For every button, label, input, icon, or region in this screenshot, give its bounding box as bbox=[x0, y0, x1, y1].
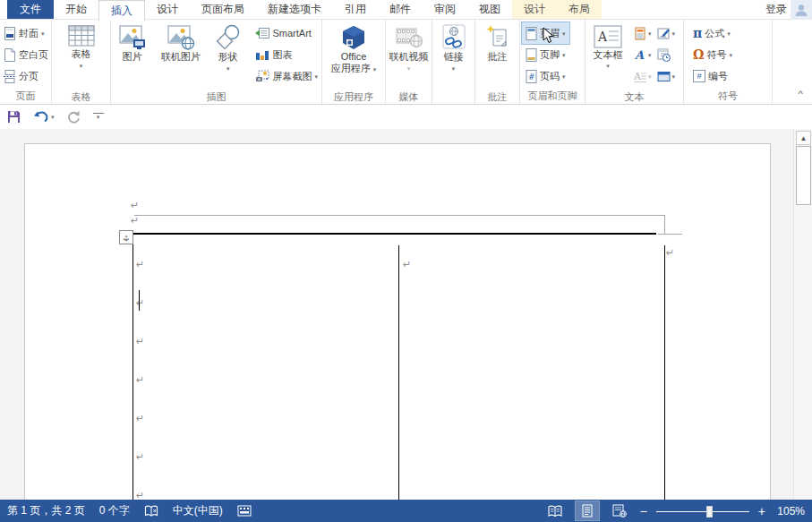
tab-table-layout[interactable]: 布局 bbox=[557, 0, 602, 19]
tab-references[interactable]: 引用 bbox=[333, 0, 378, 19]
group-media: 联机视频 ▾ 媒体 bbox=[386, 20, 432, 104]
chart-button[interactable]: 图表 bbox=[252, 44, 321, 65]
page-break-label: 分页 bbox=[19, 70, 38, 83]
tab-review[interactable]: 审阅 bbox=[423, 0, 467, 19]
tab-design[interactable]: 设计 bbox=[145, 0, 190, 19]
blank-page-button[interactable]: 空白页 bbox=[0, 44, 52, 65]
save-button[interactable] bbox=[7, 110, 21, 124]
save-icon bbox=[7, 110, 21, 124]
table-left-border[interactable] bbox=[132, 243, 133, 500]
word-count[interactable]: 0 个字 bbox=[99, 503, 130, 518]
web-layout-button[interactable] bbox=[608, 501, 631, 520]
customize-qat-button[interactable]: ▾ bbox=[93, 113, 104, 121]
vertical-scrollbar[interactable]: ▲ bbox=[793, 129, 812, 500]
paragraph-mark: ↵ bbox=[403, 260, 411, 270]
signature-line-button[interactable]: ▾ bbox=[657, 27, 676, 40]
zoom-out-button[interactable]: − bbox=[640, 504, 647, 518]
cover-page-button[interactable]: 封面▾ bbox=[0, 22, 52, 44]
quick-access-toolbar: ▾ ▾ bbox=[0, 105, 812, 129]
object-icon bbox=[657, 70, 671, 83]
read-mode-button[interactable] bbox=[543, 501, 567, 520]
print-layout-button[interactable] bbox=[576, 501, 599, 520]
account-avatar[interactable] bbox=[791, 0, 812, 20]
office-apps-button[interactable]: Office 应用程序 ▾ bbox=[331, 22, 377, 90]
header-button[interactable]: 页眉▾ bbox=[522, 22, 569, 44]
scrollbar-thumb[interactable] bbox=[796, 146, 811, 205]
sign-in-button[interactable]: 登录 bbox=[762, 0, 791, 19]
group-symbols: π 公式▾ Ω 符号▾ # 编号 符号 bbox=[684, 20, 773, 104]
zoom-in-button[interactable]: + bbox=[758, 504, 765, 518]
link-label: 链接 bbox=[444, 51, 464, 63]
undo-button[interactable]: ▾ bbox=[33, 110, 55, 124]
tab-mailings[interactable]: 邮件 bbox=[378, 0, 423, 19]
group-header-footer-label: 页眉和页脚 bbox=[520, 90, 585, 104]
online-video-button[interactable]: 联机视频 ▾ bbox=[389, 22, 429, 90]
smartart-button[interactable]: SmartArt bbox=[252, 22, 321, 44]
page-number-button[interactable]: # 页码▾ bbox=[522, 65, 569, 87]
footer-button[interactable]: 页脚▾ bbox=[522, 44, 569, 65]
page-info[interactable]: 第 1 页，共 2 页 bbox=[7, 503, 85, 518]
number-button[interactable]: # 编号 bbox=[689, 65, 736, 87]
table-button[interactable]: 表格 ▾ bbox=[68, 22, 95, 90]
language-status[interactable]: 中文(中国) bbox=[173, 503, 223, 518]
zoom-slider-thumb[interactable] bbox=[706, 506, 713, 518]
online-video-label: 联机视频 bbox=[389, 51, 429, 63]
pictures-button[interactable]: 图片 bbox=[111, 22, 153, 90]
person-icon bbox=[794, 3, 808, 17]
page-break-button[interactable]: 分页 bbox=[0, 65, 52, 87]
shapes-label: 形状 bbox=[218, 51, 238, 63]
web-layout-icon bbox=[612, 504, 627, 518]
cover-page-icon bbox=[4, 27, 16, 40]
tab-file[interactable]: 文件 bbox=[7, 0, 54, 19]
pi-icon: π bbox=[693, 26, 702, 40]
text-box-button[interactable]: A 文本框 ▾ bbox=[585, 22, 630, 90]
document-page[interactable] bbox=[24, 143, 771, 500]
group-symbols-label: 符号 bbox=[684, 90, 772, 104]
equation-button[interactable]: π 公式▾ bbox=[689, 22, 736, 44]
online-pictures-icon bbox=[167, 24, 195, 51]
input-mode-status[interactable] bbox=[237, 505, 252, 517]
zoom-level[interactable]: 105% bbox=[774, 505, 805, 518]
quick-parts-button[interactable]: ▾ bbox=[634, 27, 652, 40]
omega-icon: Ω bbox=[693, 47, 704, 62]
date-time-button[interactable] bbox=[657, 48, 671, 62]
drop-cap-icon: A bbox=[634, 70, 646, 83]
collapse-ribbon-button[interactable]: ^ bbox=[798, 90, 803, 98]
symbol-button[interactable]: Ω 符号▾ bbox=[689, 44, 736, 65]
signature-line-icon bbox=[657, 27, 671, 40]
group-pages: 封面▾ 空白页 分页 页面 bbox=[0, 20, 52, 104]
shapes-button[interactable]: 形状 ▾ bbox=[208, 22, 248, 90]
redo-button[interactable] bbox=[67, 110, 81, 124]
cover-page-label: 封面 bbox=[19, 27, 38, 40]
new-comment-button[interactable]: 批注 bbox=[484, 22, 511, 90]
paragraph-mark: ↵ bbox=[136, 298, 144, 308]
zoom-slider[interactable] bbox=[656, 505, 749, 518]
svg-text:A: A bbox=[634, 48, 645, 62]
wordart-button[interactable]: A ▾ bbox=[634, 48, 652, 62]
drop-cap-button[interactable]: A ▾ bbox=[634, 70, 652, 83]
header-row-right-gridline bbox=[664, 215, 665, 234]
object-button[interactable]: ▾ bbox=[657, 70, 676, 83]
tab-new-custom[interactable]: 新建选项卡 bbox=[256, 0, 333, 19]
table-right-border[interactable] bbox=[664, 245, 665, 500]
number-label: 编号 bbox=[708, 70, 728, 83]
group-illustrations-label: 插图 bbox=[111, 90, 321, 104]
tab-page-layout[interactable]: 页面布局 bbox=[190, 0, 256, 19]
table-move-handle[interactable]: ↔ ↕ bbox=[119, 230, 133, 244]
scroll-up-button[interactable]: ▲ bbox=[796, 131, 811, 145]
link-button[interactable]: 链接 ▾ bbox=[440, 22, 467, 90]
screenshot-button[interactable]: 屏幕截图▾ bbox=[252, 65, 321, 87]
office-apps-label-1: Office bbox=[341, 51, 367, 63]
equation-label: 公式 bbox=[705, 27, 724, 40]
paragraph-mark: ↵ bbox=[131, 201, 139, 210]
paragraph-mark: ↵ bbox=[136, 337, 144, 347]
tab-home[interactable]: 开始 bbox=[54, 0, 98, 19]
group-comments-label: 批注 bbox=[475, 90, 519, 104]
tab-view[interactable]: 视图 bbox=[467, 0, 512, 19]
online-pictures-button[interactable]: 联机图片 bbox=[153, 22, 208, 90]
table-top-border bbox=[125, 233, 656, 235]
proofing-status[interactable] bbox=[144, 505, 158, 518]
tab-table-design[interactable]: 设计 bbox=[512, 0, 557, 19]
tab-insert[interactable]: 插入 bbox=[98, 0, 145, 21]
table-middle-border[interactable] bbox=[398, 245, 399, 500]
